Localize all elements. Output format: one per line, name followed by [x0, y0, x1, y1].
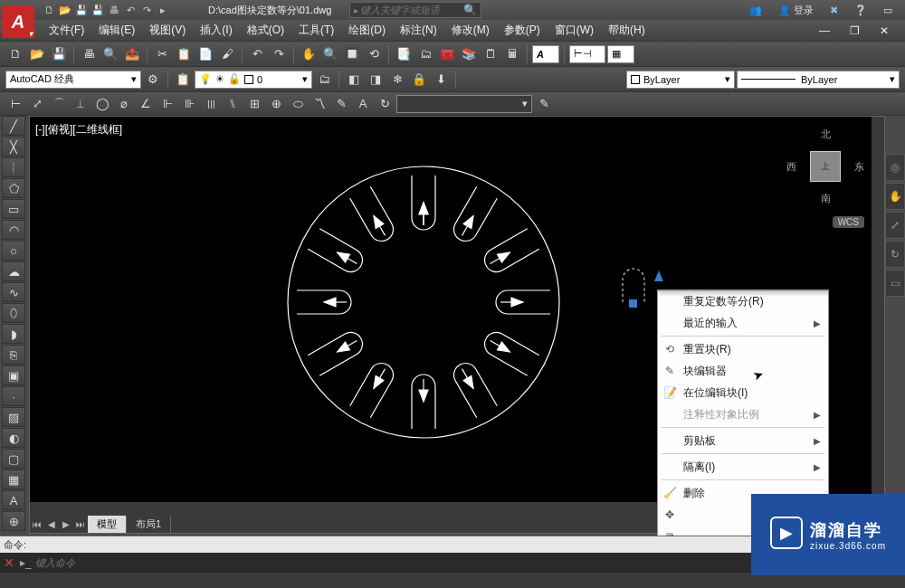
- menu-edit[interactable]: 编辑(E): [91, 23, 142, 38]
- pan2-icon[interactable]: ✋: [885, 183, 905, 210]
- open2-icon[interactable]: 📂: [27, 44, 47, 64]
- tp-icon[interactable]: 🧰: [437, 44, 457, 64]
- inspect-icon[interactable]: ⬭: [288, 94, 308, 114]
- tolerance-icon[interactable]: ⊞: [244, 94, 264, 114]
- dim-dia-icon[interactable]: ⌀: [114, 94, 134, 114]
- saveas-icon[interactable]: 💾: [90, 3, 105, 17]
- paste-icon[interactable]: 📄: [195, 44, 215, 64]
- dimstyle-combo[interactable]: ⊢⊣: [569, 45, 605, 63]
- dim-rad-icon[interactable]: ◯: [92, 94, 112, 114]
- dim-break-icon[interactable]: ⑊: [223, 94, 243, 114]
- ws-settings-icon[interactable]: ⚙: [143, 70, 163, 90]
- point-icon[interactable]: ·: [2, 386, 25, 406]
- plot2-icon[interactable]: 🖶: [79, 44, 99, 64]
- qnew-icon[interactable]: 🗋: [5, 44, 25, 64]
- textstyle-combo[interactable]: A: [532, 45, 559, 63]
- ctx-recent[interactable]: 最近的输入▶: [658, 312, 828, 334]
- orbit-icon[interactable]: ↻: [885, 241, 905, 268]
- zoom-icon[interactable]: 🔍: [320, 44, 340, 64]
- gradient-icon[interactable]: ◐: [2, 428, 25, 448]
- doc-restore-icon[interactable]: ❐: [843, 24, 867, 37]
- x-icon[interactable]: ✖: [824, 4, 843, 17]
- linetype-combo[interactable]: ByLayer ▾: [737, 71, 900, 89]
- mtext-icon[interactable]: A: [2, 490, 25, 510]
- center-icon[interactable]: ⊕: [266, 94, 286, 114]
- workspace-combo[interactable]: AutoCAD 经典 ▾: [5, 71, 141, 89]
- dim-ang-icon[interactable]: ∠: [136, 94, 156, 114]
- preview-icon[interactable]: 🔍: [100, 44, 120, 64]
- dimupdate-icon[interactable]: ↻: [375, 94, 395, 114]
- ctx-edit-in-place[interactable]: 📝在位编辑块(I): [658, 382, 828, 403]
- arc-icon[interactable]: ◠: [2, 220, 25, 240]
- tab-layout1[interactable]: 布局1: [127, 516, 171, 533]
- dimedit-icon[interactable]: ✎: [331, 94, 351, 114]
- viewcube-east[interactable]: 东: [854, 160, 864, 174]
- layer-make-icon[interactable]: ⬇: [431, 70, 451, 90]
- copy-icon[interactable]: 📋: [174, 44, 194, 64]
- save-icon[interactable]: 💾: [74, 3, 89, 17]
- menu-tools[interactable]: 工具(T): [291, 23, 341, 38]
- ctx-repeat[interactable]: 重复定数等分(R): [658, 290, 828, 312]
- dimstyle-combo2[interactable]: ▾: [396, 95, 532, 113]
- exchange-icon[interactable]: 👥: [744, 4, 767, 17]
- ctx-reset-block[interactable]: ⟲重置块(R): [658, 338, 828, 360]
- wcs-badge[interactable]: WCS: [833, 216, 864, 228]
- menu-insert[interactable]: 插入(I): [193, 23, 239, 38]
- dim-arc-icon[interactable]: ⌒: [49, 94, 69, 114]
- tab-model[interactable]: 模型: [88, 516, 127, 533]
- menu-help[interactable]: 帮助(H): [601, 23, 653, 38]
- line-icon[interactable]: ╱: [2, 116, 25, 136]
- region-icon[interactable]: ▢: [2, 449, 25, 469]
- help-search-input[interactable]: [360, 5, 460, 15]
- doc-close-icon[interactable]: ✕: [872, 24, 896, 37]
- layer-off-icon[interactable]: ◨: [366, 70, 386, 90]
- menu-dim[interactable]: 标注(N): [393, 23, 444, 38]
- ctx-isolate[interactable]: 隔离(I)▶: [658, 456, 828, 478]
- help-search[interactable]: ▸ 🔍: [349, 2, 481, 18]
- dim-aligned-icon[interactable]: ⤢: [27, 94, 47, 114]
- layer-props-icon[interactable]: 📋: [173, 70, 193, 90]
- dimstyle-mgr-icon[interactable]: ✎: [534, 94, 554, 114]
- ellipsearc-icon[interactable]: ◗: [2, 324, 25, 344]
- redo-icon[interactable]: ↷: [139, 3, 154, 17]
- plot-icon[interactable]: 🖶: [107, 3, 121, 17]
- undo2-icon[interactable]: ↶: [247, 44, 267, 64]
- undo-icon[interactable]: ↶: [123, 3, 138, 17]
- viewcube-top[interactable]: 上: [810, 151, 841, 182]
- tab-nav[interactable]: ⏮◀▶⏭: [30, 519, 88, 529]
- pan-icon[interactable]: ✋: [299, 44, 319, 64]
- viewcube-north[interactable]: 北: [821, 128, 831, 141]
- menu-modify[interactable]: 修改(M): [444, 23, 497, 38]
- ellipse-icon[interactable]: ⬯: [2, 303, 25, 323]
- new-icon[interactable]: 🗋: [42, 3, 56, 17]
- navwheel-icon[interactable]: ◎: [885, 154, 905, 181]
- revcloud-icon[interactable]: ☁: [2, 261, 25, 281]
- menu-file[interactable]: 文件(F): [42, 23, 91, 38]
- markup-icon[interactable]: 🗒: [481, 44, 500, 64]
- viewcube-west[interactable]: 西: [786, 160, 796, 174]
- login-button[interactable]: 👤 登录: [773, 3, 819, 18]
- zoomprev-icon[interactable]: ⟲: [364, 44, 384, 64]
- menu-view[interactable]: 视图(V): [142, 23, 193, 38]
- more-icon[interactable]: ▸: [156, 3, 170, 17]
- rect-icon[interactable]: ▭: [2, 199, 25, 219]
- redo2-icon[interactable]: ↷: [269, 44, 289, 64]
- dc-icon[interactable]: 🗂: [415, 44, 435, 64]
- dim-space-icon[interactable]: ⫼: [201, 94, 221, 114]
- table-icon[interactable]: ▦: [2, 469, 25, 489]
- circle-icon[interactable]: ○: [2, 241, 25, 261]
- layer-lock2-icon[interactable]: 🔒: [409, 70, 429, 90]
- polygon-icon[interactable]: ⬠: [2, 178, 25, 198]
- open-icon[interactable]: 📂: [58, 3, 72, 17]
- viewcube-south[interactable]: 南: [821, 192, 831, 205]
- hatch-icon[interactable]: ▨: [2, 407, 25, 427]
- dim-linear-icon[interactable]: ⊢: [5, 94, 25, 114]
- minimize-window-icon[interactable]: ▭: [878, 4, 898, 17]
- ctx-clipboard[interactable]: 剪贴板▶: [658, 430, 828, 451]
- jog-icon[interactable]: 〽: [310, 94, 329, 114]
- menu-param[interactable]: 参数(P): [497, 23, 548, 38]
- block-icon[interactable]: ▣: [2, 365, 25, 385]
- pline-icon[interactable]: ⦚: [2, 157, 25, 177]
- search-icon[interactable]: 🔍: [463, 4, 477, 16]
- addselected-icon[interactable]: ⊕: [2, 511, 25, 531]
